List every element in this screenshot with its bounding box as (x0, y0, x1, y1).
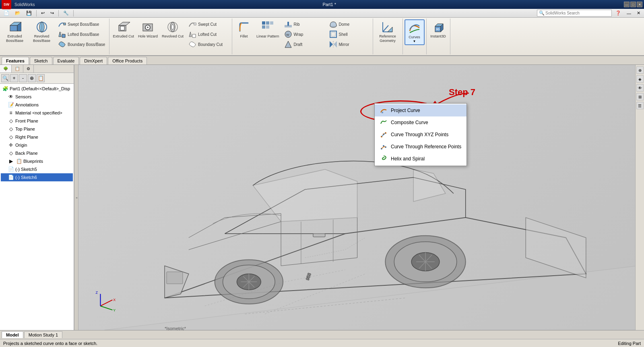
tab-evaluate[interactable]: Evaluate (53, 57, 79, 64)
tree-part-root[interactable]: 🧩 Part1 (Default<<Default>_Disp (1, 85, 73, 93)
view-filter-icon[interactable]: ☰ (636, 102, 644, 109)
boundary-boss-base-button[interactable]: Boundary Boss/Base (56, 39, 107, 49)
curves-button[interactable]: Curves ▼ (405, 19, 425, 45)
curves-dropdown-menu[interactable]: Project Curve Composite Curve Curve Thro… (374, 103, 467, 166)
motion-study-tab[interactable]: Motion Study 1 (24, 331, 62, 338)
sketch6-icon: 📄 (7, 174, 14, 181)
panel-tab-config[interactable]: ⚙ (23, 65, 34, 73)
tree-annotations[interactable]: 📝 Annotations (1, 101, 73, 109)
hole-wizard-button[interactable]: Hole Wizard (136, 19, 159, 40)
tree-sketch5[interactable]: 📄 (-) Sketch5 (1, 165, 73, 173)
shell-button[interactable]: Shell (327, 29, 371, 39)
svg-marker-7 (59, 32, 61, 37)
dome-button[interactable]: Dome (327, 19, 371, 29)
tree-origin[interactable]: ✛ Origin (1, 141, 73, 149)
curve-ref-points-menu-item[interactable]: Curve Through Reference Points (375, 141, 466, 153)
tree-right-plane[interactable]: ◇ Right Plane (1, 133, 73, 141)
redo-button[interactable]: ↪ (48, 10, 56, 17)
project-curve-menu-item[interactable]: Project Curve (375, 104, 466, 116)
svg-text:W: W (286, 33, 289, 37)
view-orient-icon[interactable]: ⊕ (636, 66, 644, 74)
curves-icon (408, 21, 421, 34)
svg-text:958: 958 (305, 272, 312, 281)
revolved-cut-button[interactable]: Revolved Cut (160, 19, 185, 40)
extruded-cut-button[interactable]: Extruded Cut (111, 19, 136, 40)
lofted-boss-base-button[interactable]: Lofted Boss/Base (56, 29, 107, 39)
new-button[interactable]: 📄 (2, 10, 11, 17)
panel-tab-bar: 🌳 📋 ⚙ (0, 65, 74, 73)
help-button[interactable]: ❓ (613, 10, 623, 17)
search-input[interactable] (545, 11, 610, 15)
minimize-ribbon-button[interactable]: — (625, 10, 633, 17)
composite-curve-menu-item[interactable]: Composite Curve (375, 116, 466, 129)
svg-marker-31 (285, 41, 291, 48)
tree-blueprints[interactable]: ▶ 📋 Blueprints (1, 157, 73, 165)
panel-tool-4[interactable]: ⊕ (28, 74, 36, 82)
wrap-icon: W (284, 30, 292, 38)
title-bar: SW SolidWorks Part1 * — □ ✕ (0, 0, 644, 9)
composite-curve-label: Composite Curve (391, 120, 428, 125)
fillet-button[interactable]: Fillet (234, 19, 254, 40)
svg-text:3D: 3D (436, 28, 440, 31)
open-button[interactable]: 📂 (13, 10, 23, 17)
tree-sketch6[interactable]: 📄 (-) Sketch6 (1, 173, 73, 181)
panel-tab-property[interactable]: 📋 (12, 65, 23, 73)
section-view-icon[interactable]: ⊞ (636, 93, 644, 100)
hide-show-icon[interactable]: 👁 (636, 84, 644, 91)
panel-tab-feature-manager[interactable]: 🌳 (0, 65, 12, 73)
cut-small-group: Swept Cut Lofted Cut Boundary Cut (186, 19, 230, 49)
linear-pattern-button[interactable]: Linear Pattern (255, 19, 281, 40)
display-mode-icon[interactable]: ◈ (636, 75, 644, 83)
lofted-boss-base-label: Lofted Boss/Base (68, 32, 99, 37)
panel-resize-handle[interactable]: ◂ (74, 65, 78, 330)
expand-all-button[interactable]: + (10, 74, 18, 82)
draft-button[interactable]: Draft (282, 39, 326, 49)
window-controls[interactable]: — □ ✕ (624, 2, 642, 7)
rib-button[interactable]: Rib (282, 19, 326, 29)
filter-button[interactable]: 🔍 (1, 74, 9, 82)
extruded-boss-base-button[interactable]: Extruded Boss/Base (2, 19, 28, 44)
close-app-button[interactable]: ✕ (635, 10, 642, 17)
linear-pattern-icon (261, 21, 274, 33)
swept-cut-button[interactable]: Swept Cut (186, 19, 230, 29)
tree-back-plane[interactable]: ◇ Back Plane (1, 149, 73, 157)
boundary-cut-button[interactable]: Boundary Cut (186, 39, 230, 49)
panel-tool-5[interactable]: 📋 (37, 74, 45, 82)
svg-rect-71 (382, 112, 383, 113)
tab-features[interactable]: Features (2, 57, 29, 64)
swept-boss-base-button[interactable]: Swept Boss/Base (56, 19, 107, 29)
save-button[interactable]: 💾 (24, 10, 34, 17)
close-button[interactable]: ✕ (637, 2, 642, 7)
search-box[interactable]: 🔍 (537, 10, 612, 17)
collapse-all-button[interactable]: - (19, 74, 27, 82)
wrap-button[interactable]: W Wrap (282, 29, 326, 39)
tree-sensors[interactable]: 👁 Sensors (1, 93, 73, 101)
helix-spiral-menu-item[interactable]: Helix and Spiral (375, 153, 466, 165)
tab-dimxpert[interactable]: DimXpert (80, 57, 107, 64)
minimize-button[interactable]: — (624, 2, 630, 7)
svg-text:Z: Z (96, 291, 98, 295)
instant3d-button[interactable]: 3D Instant3D (428, 19, 448, 40)
revolved-boss-base-button[interactable]: Revolved Boss/Base (29, 19, 55, 44)
svg-marker-8 (62, 34, 65, 37)
undo-button[interactable]: ↩ (39, 10, 47, 17)
shell-icon (329, 30, 337, 38)
mirror-button[interactable]: Mirror (327, 39, 371, 49)
model-tab[interactable]: Model (2, 331, 23, 338)
rebuild-button[interactable]: 🔧 (61, 10, 71, 17)
curve-xyz-menu-item[interactable]: Curve Through XYZ Points (375, 129, 466, 141)
maximize-button[interactable]: □ (630, 2, 636, 7)
tree-top-plane[interactable]: ◇ Top Plane (1, 125, 73, 133)
lofted-cut-button[interactable]: Lofted Cut (186, 29, 230, 39)
swept-cut-icon (188, 20, 196, 28)
reference-geometry-button[interactable]: Reference Geometry (375, 19, 401, 44)
tab-sketch[interactable]: Sketch (30, 57, 52, 64)
dome-label: Dome (339, 22, 350, 27)
tab-office-products[interactable]: Office Products (108, 57, 147, 64)
feature-manager-panel: 🌳 📋 ⚙ 🔍 + - ⊕ 📋 🧩 Part1 (Default<<Defaul… (0, 65, 74, 330)
right-plane-icon: ◇ (7, 133, 14, 141)
tree-front-plane[interactable]: ◇ Front Plane (1, 117, 73, 125)
tree-material[interactable]: ≡ Material <not specified> (1, 109, 73, 117)
3d-viewport[interactable]: 958 X Y Z *Isometric* Step 7 (78, 65, 644, 330)
rib-label: Rib (294, 22, 300, 27)
